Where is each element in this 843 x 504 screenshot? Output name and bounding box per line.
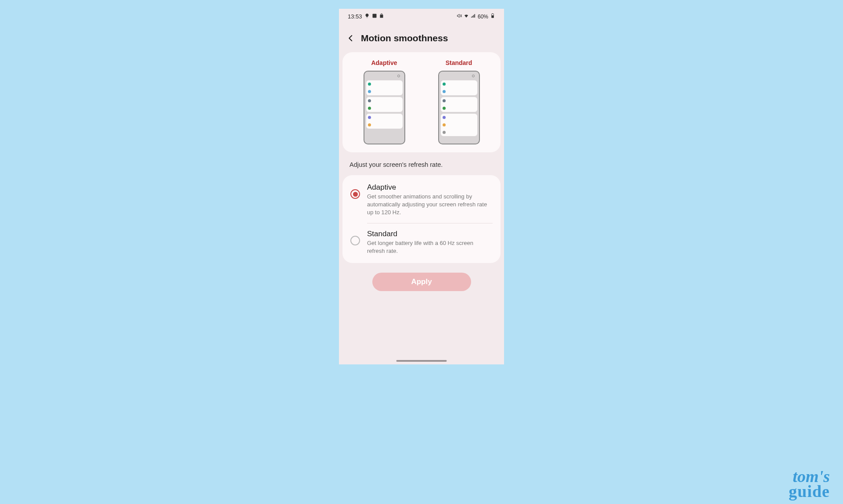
back-button[interactable]	[347, 34, 355, 42]
status-time: 13:53	[348, 13, 362, 20]
radio-adaptive[interactable]	[350, 189, 360, 199]
option-adaptive-desc: Get smoother animations and scrolling by…	[367, 193, 493, 217]
options-card: Adaptive Get smoother animations and scr…	[342, 175, 501, 263]
option-standard[interactable]: Standard Get longer battery life with a …	[342, 223, 501, 261]
apply-button[interactable]: Apply	[372, 273, 471, 291]
wifi-icon	[464, 13, 469, 20]
option-adaptive[interactable]: Adaptive Get smoother animations and scr…	[342, 177, 501, 223]
preview-standard: Standard	[438, 59, 480, 144]
page-title: Motion smoothness	[361, 33, 448, 43]
image-icon	[372, 13, 377, 20]
preview-standard-label: Standard	[446, 59, 472, 66]
mute-icon	[457, 13, 462, 20]
battery-text: 60%	[478, 14, 488, 20]
chevron-left-icon	[347, 34, 355, 42]
signal-icon	[471, 13, 476, 20]
option-adaptive-title: Adaptive	[367, 183, 493, 192]
preview-adaptive-label: Adaptive	[371, 59, 397, 66]
battery-icon	[490, 13, 495, 20]
preview-card: Adaptive Standard	[342, 52, 501, 152]
search-icon	[397, 75, 400, 77]
svg-rect-2	[492, 15, 494, 18]
search-icon	[472, 75, 475, 77]
description-text: Adjust your screen's refresh rate.	[339, 152, 504, 175]
option-standard-title: Standard	[367, 230, 493, 238]
bulb-icon	[364, 13, 370, 20]
watermark: tom's guide	[789, 469, 830, 499]
svg-rect-3	[492, 14, 493, 14]
preview-adaptive-phone	[364, 71, 405, 144]
radio-standard[interactable]	[350, 236, 360, 245]
preview-standard-phone	[438, 71, 480, 144]
page-header: Motion smoothness	[339, 22, 504, 52]
preview-adaptive: Adaptive	[364, 59, 405, 144]
watermark-line2: guide	[789, 484, 830, 499]
home-indicator[interactable]	[396, 360, 447, 362]
svg-rect-0	[372, 14, 376, 18]
phone-frame: 13:53 60%	[339, 9, 504, 364]
status-bar: 13:53 60%	[339, 9, 504, 22]
bag-icon	[379, 13, 385, 20]
option-standard-desc: Get longer battery life with a 60 Hz scr…	[367, 239, 493, 255]
watermark-line1: tom's	[789, 469, 830, 484]
